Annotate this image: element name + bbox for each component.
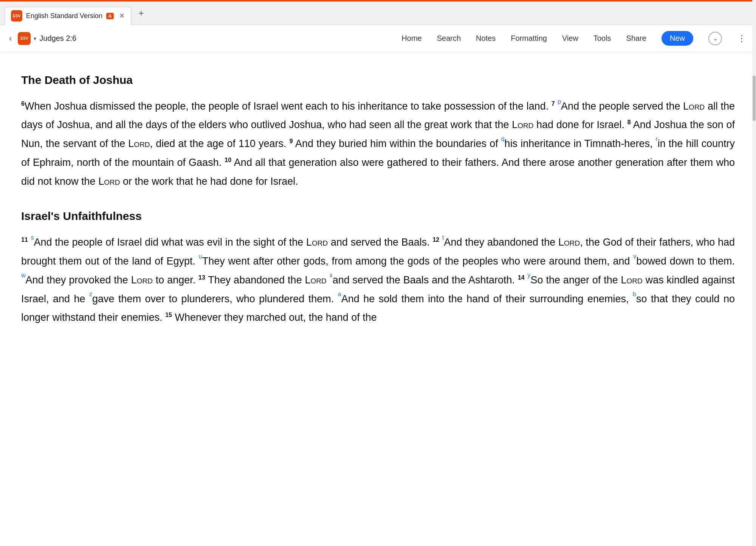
home-nav-item[interactable]: Home: [401, 34, 421, 43]
section-heading-1: The Death of Joshua: [21, 70, 735, 90]
location-selector[interactable]: ESV ▾ Judges 2:6: [18, 32, 76, 45]
lord-text-2: Lord: [512, 119, 533, 130]
search-nav-item[interactable]: Search: [437, 34, 461, 43]
lord-text-8: Lord: [305, 274, 327, 286]
bible-content: The Death of Joshua 6When Joshua dismiss…: [0, 52, 756, 350]
back-button[interactable]: ‹: [9, 34, 12, 43]
verse-number-15: 15: [165, 312, 172, 318]
verse-number-14: 14: [518, 274, 525, 281]
footnote-a[interactable]: a: [338, 293, 341, 300]
lord-text-9: Lord: [621, 274, 643, 286]
section-heading-2: Israel's Unfaithfulness: [21, 206, 735, 226]
tab-title: English Standard Version: [26, 12, 102, 20]
navigation-menu: Home Search Notes Formatting View Tools …: [401, 31, 747, 46]
share-nav-item[interactable]: Share: [626, 34, 646, 43]
browser-tab[interactable]: ESV English Standard Version A ✕: [5, 7, 131, 25]
footnote-p[interactable]: p: [558, 101, 561, 107]
translation-icon: ESV: [18, 32, 31, 45]
lord-text-4: Lord: [98, 176, 120, 187]
new-button[interactable]: New: [662, 31, 693, 46]
verse-number-12: 12: [432, 237, 439, 243]
nav-bar: ‹ ESV ▾ Judges 2:6 Home Search Notes For…: [0, 25, 756, 52]
scrollbar-thumb[interactable]: [753, 76, 756, 121]
lord-text-7: Lord: [131, 274, 153, 286]
lord-text-6: Lord: [558, 237, 580, 248]
footnote-v[interactable]: v: [633, 255, 636, 262]
tab-bar: ESV English Standard Version A ✕ +: [0, 2, 756, 25]
verse-number-7: 7: [552, 101, 555, 107]
lord-text: Lord: [683, 101, 705, 112]
more-options-button[interactable]: ⋮: [737, 33, 747, 44]
view-nav-item[interactable]: View: [562, 34, 578, 43]
ellipsis-icon: ⋮: [737, 33, 747, 43]
footnote-u[interactable]: u: [199, 255, 202, 262]
footnote-q[interactable]: q: [501, 138, 505, 144]
footnote-z[interactable]: z: [89, 293, 92, 300]
tab-badge: A: [106, 13, 113, 19]
verse-number-13: 13: [198, 274, 205, 281]
verse-paragraph-1: 6When Joshua dismissed the people, the p…: [21, 97, 735, 192]
new-tab-button[interactable]: +: [136, 6, 147, 20]
verse-number-10: 10: [225, 157, 231, 163]
footnote-t[interactable]: t: [442, 237, 444, 243]
footnote-y[interactable]: y: [528, 274, 531, 281]
footnote-s[interactable]: s: [31, 237, 34, 243]
verse-number-9: 9: [290, 138, 293, 144]
tools-nav-item[interactable]: Tools: [593, 34, 611, 43]
tab-favicon: ESV: [11, 10, 22, 22]
footnote-r[interactable]: r: [655, 138, 657, 144]
notes-nav-item[interactable]: Notes: [476, 34, 496, 43]
location-text: Judges 2:6: [39, 34, 76, 43]
footnote-b[interactable]: b: [633, 293, 636, 300]
footnote-w[interactable]: w: [21, 274, 26, 281]
scrollbar[interactable]: [752, 0, 756, 546]
expand-button[interactable]: ⌄: [708, 32, 722, 45]
chevron-down-icon: ⌄: [713, 35, 718, 42]
verse-number-6: 6: [21, 101, 25, 107]
formatting-nav-item[interactable]: Formatting: [511, 34, 547, 43]
verse-number-8: 8: [627, 119, 631, 125]
verse-number-11: 11: [21, 237, 28, 243]
footnote-x[interactable]: x: [330, 274, 333, 281]
lord-text-3: Lord: [128, 138, 150, 149]
location-caret-icon: ▾: [34, 36, 36, 42]
tab-close-button[interactable]: ✕: [119, 12, 125, 20]
verse-paragraph-2: 11 sAnd the people of Israel did what wa…: [21, 233, 735, 328]
lord-text-5: Lord: [306, 237, 328, 248]
